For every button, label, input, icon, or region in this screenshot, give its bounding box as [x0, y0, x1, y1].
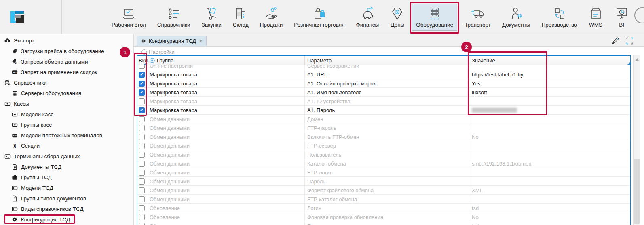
sidebar-item-tsd-terminals[interactable]: Терминалы сбора данных — [0, 151, 133, 161]
value-cell[interactable]: https://test-label.a1.by — [469, 70, 630, 79]
group-cell[interactable]: Обмен данными — [147, 141, 305, 150]
value-cell[interactable]: smb://192.168.1.1/obmen — [469, 159, 630, 168]
row-checkbox[interactable] — [139, 98, 145, 104]
sidebar-item-discount-ban[interactable]: AdЗапрет на применение скидок — [0, 67, 133, 77]
sidebar-item-cash-models[interactable]: Модели касс — [0, 109, 133, 119]
group-cell[interactable]: Обновление — [147, 204, 305, 212]
column-header-group[interactable]: Группа — [147, 56, 305, 65]
value-cell[interactable] — [469, 150, 630, 159]
toolbar-item-bi[interactable]: BI — [610, 4, 633, 31]
toolbar-item-warehouse[interactable]: Склад — [229, 4, 253, 31]
sidebar-item-payment-terminal-models[interactable]: Модели платёжных терминалов — [0, 130, 133, 140]
param-cell[interactable]: Пользователь — [305, 150, 469, 159]
row-checkbox[interactable] — [139, 116, 145, 122]
param-cell[interactable]: Логин — [305, 204, 469, 212]
param-cell[interactable]: FTP-пароль — [305, 123, 469, 132]
group-cell[interactable]: Обмен данными — [147, 150, 305, 159]
scrollbar-thumb[interactable] — [634, 159, 640, 224]
group-cell[interactable]: Обмен данными — [147, 186, 305, 195]
group-cell[interactable]: Маркировка товара — [147, 106, 305, 115]
row-checkbox[interactable] — [139, 89, 145, 96]
group-cell[interactable]: Обмен данными — [147, 132, 305, 141]
group-cell[interactable]: Обновление — [147, 221, 305, 225]
param-cell[interactable]: Фоновая проверка обновления — [305, 212, 469, 221]
column-header-enabled[interactable]: Вкл — [137, 56, 147, 65]
value-cell[interactable] — [469, 123, 630, 132]
value-cell[interactable]: No — [469, 132, 630, 141]
fullscreen-expand-icon[interactable] — [625, 36, 634, 45]
value-cell[interactable]: No — [469, 212, 630, 221]
row-checkbox[interactable] — [139, 170, 145, 176]
value-cell[interactable] — [469, 115, 630, 123]
row-checkbox[interactable] — [139, 205, 145, 211]
toolbar-item-production[interactable]: Производство — [538, 4, 581, 31]
param-cell[interactable]: Сервер изображений — [305, 65, 469, 70]
row-checkbox[interactable] — [139, 178, 145, 185]
sidebar-item-tsd-documents[interactable]: Документы ТСД — [0, 161, 133, 172]
group-cell[interactable]: Маркировка товара — [147, 88, 305, 97]
sidebar-item-tsd-configuration[interactable]: Конфигурация ТСД — [0, 214, 133, 225]
value-cell[interactable] — [469, 106, 630, 115]
tab-tsd-configuration[interactable]: Конфигурация ТСД × — [137, 36, 207, 46]
toolbar-item-retail[interactable]: Розничная торговля — [290, 4, 348, 31]
toolbar-item-finance[interactable]: Финансы — [352, 4, 383, 31]
sidebar-item-cash-groups[interactable]: Группы касс — [0, 119, 133, 130]
row-checkbox[interactable] — [139, 107, 145, 113]
param-cell[interactable]: Пароль — [305, 177, 469, 186]
row-checkbox[interactable] — [139, 72, 145, 78]
param-cell[interactable]: A1. Пароль — [305, 106, 469, 115]
param-cell[interactable]: Каталог обмена — [305, 159, 469, 168]
param-cell[interactable]: Домен — [305, 115, 469, 123]
row-checkbox[interactable] — [139, 134, 145, 140]
sidebar-item-exchange-requests[interactable]: SЗапросы обмена данными — [0, 56, 133, 67]
sidebar-item-directories[interactable]: Справочники — [0, 77, 133, 88]
param-cell[interactable]: Включить FTP-обмен — [305, 132, 469, 141]
param-cell[interactable]: Формат файлового обмена — [305, 186, 469, 195]
toolbar-item-prices[interactable]: $Цены — [386, 4, 409, 31]
sidebar-item-equipment-servers[interactable]: Серверы оборудования — [0, 88, 133, 98]
group-cell[interactable]: Обмен данными — [147, 123, 305, 132]
sidebar-item-price-loads[interactable]: Загрузки прайса в оборудование — [0, 46, 133, 56]
scroll-up-arrow-icon[interactable] — [636, 58, 639, 61]
value-cell[interactable] — [469, 97, 630, 106]
toolbar-item-purchases[interactable]: Закупки — [198, 4, 226, 31]
param-cell[interactable]: A1. URL — [305, 70, 469, 79]
param-cell[interactable]: A1. ID устройства — [305, 97, 469, 106]
value-cell[interactable] — [469, 177, 630, 186]
sidebar-item-cash-registers[interactable]: Кассы — [0, 98, 133, 109]
sidebar-item-sections[interactable]: §Секции — [0, 140, 133, 151]
param-cell[interactable]: Пароль — [305, 221, 469, 225]
value-cell[interactable] — [469, 141, 630, 150]
group-cell[interactable]: Обмен данными — [147, 168, 305, 177]
toolbar-item-documents[interactable]: Документы — [498, 4, 534, 31]
column-header-param[interactable]: Параметр — [305, 56, 469, 65]
group-cell[interactable]: Обмен данными — [147, 115, 305, 123]
row-checkbox[interactable] — [139, 152, 145, 158]
row-checkbox[interactable] — [139, 81, 145, 87]
value-cell[interactable]: luxsoft — [469, 88, 630, 97]
row-checkbox[interactable] — [139, 143, 145, 149]
value-cell[interactable] — [469, 65, 630, 70]
value-cell[interactable]: tsd — [469, 204, 630, 212]
param-cell[interactable]: FTP-логин — [305, 168, 469, 177]
row-checkbox[interactable] — [139, 196, 145, 202]
toolbar-item-equipment[interactable]: Оборудование — [412, 4, 457, 31]
collapse-minus-icon[interactable] — [141, 49, 147, 55]
toolbar-item-sales[interactable]: Продажи — [256, 4, 287, 31]
param-cell[interactable]: A1. Онлайн проверка марок — [305, 79, 469, 88]
toolbar-item-desktop[interactable]: Рабочий стол — [108, 4, 150, 31]
value-cell[interactable]: Yes — [469, 79, 630, 88]
param-cell[interactable]: A1. Имя пользователя — [305, 88, 469, 97]
group-cell[interactable]: Обмен данными — [147, 195, 305, 204]
row-checkbox[interactable] — [139, 223, 145, 225]
value-cell[interactable]: XML — [469, 186, 630, 195]
value-cell[interactable]: tsd — [469, 221, 630, 225]
toolbar-item-transport[interactable]: Транспорт — [460, 4, 495, 31]
tab-close-icon[interactable]: × — [199, 38, 203, 44]
group-cell[interactable]: On-line настройки — [147, 65, 305, 70]
sidebar-item-tsd-groups[interactable]: Группы ТСД — [0, 172, 133, 183]
toolbar-item-wms[interactable]: WMS — [585, 4, 607, 31]
row-checkbox[interactable] — [139, 214, 145, 220]
row-checkbox[interactable] — [139, 125, 145, 131]
group-cell[interactable]: Маркировка товара — [147, 70, 305, 79]
